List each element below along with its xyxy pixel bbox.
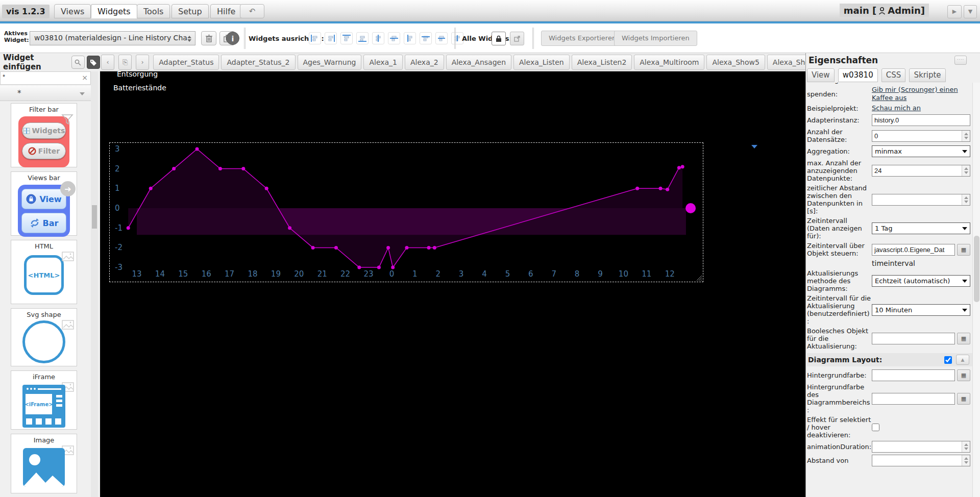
center-vertical-icon xyxy=(389,34,399,42)
x-tick-label: 23 xyxy=(363,269,373,279)
distribute-horizontal-button[interactable] xyxy=(404,32,416,44)
align-right-button[interactable] xyxy=(325,32,337,44)
delete-widget-button[interactable] xyxy=(201,31,216,45)
props-tab-scripts[interactable]: Skripte xyxy=(909,68,945,82)
property-label: Aktualisierungs methode des Diagramms: xyxy=(807,269,872,292)
view-tab-alexa_2[interactable]: Alexa_2 xyxy=(405,55,444,70)
props-tab-widget[interactable]: w03810 xyxy=(838,68,878,82)
widget-card-html[interactable]: HTML <HTML> xyxy=(11,240,77,304)
view-tab-alexa_show5_d[interactable]: Alexa_Show5_D xyxy=(767,55,805,70)
property-select[interactable]: Echtzeit (automatisch) xyxy=(872,275,970,287)
property-link[interactable]: Schau mich an xyxy=(872,104,921,112)
center-horizontal-button[interactable] xyxy=(372,32,384,44)
collapse-section-button[interactable]: ▲ xyxy=(956,355,969,365)
widget-info-button[interactable]: i xyxy=(226,32,239,45)
widget-card-viewsbar[interactable]: Views bar ➜ View xyxy=(11,171,77,236)
menu-tab-widgets[interactable]: Widgets xyxy=(91,4,137,18)
align-left-button[interactable] xyxy=(309,32,321,44)
export-widgets-button[interactable]: Widgets Exportieren xyxy=(541,31,624,46)
spinner-icon[interactable] xyxy=(962,165,970,176)
property-object-input[interactable] xyxy=(872,393,955,405)
property-text-input[interactable] xyxy=(872,114,970,126)
toolbar-separator xyxy=(454,28,456,49)
widget-card-title: HTML xyxy=(11,240,77,250)
undo-button[interactable]: ↶ xyxy=(240,4,264,18)
clear-filter-icon[interactable]: × xyxy=(82,73,88,82)
view-tab-alexa_listen[interactable]: Alexa_Listen xyxy=(513,55,570,70)
view-tab-adapter_status[interactable]: Adapter_Status xyxy=(153,55,219,70)
view-tab-adapter_status_2[interactable]: Adapter_Status_2 xyxy=(221,55,295,70)
person-icon xyxy=(878,7,886,15)
view-tab-alexa_show5[interactable]: Alexa_Show5 xyxy=(706,55,765,70)
data-point xyxy=(218,167,222,170)
tabs-scroll-right-button[interactable]: › xyxy=(136,55,149,70)
view-tab-alexa_1[interactable]: Alexa_1 xyxy=(363,55,403,70)
palette-filter-input[interactable] xyxy=(3,73,79,81)
view-tab-alexa_listen2[interactable]: Alexa_Listen2 xyxy=(572,55,632,70)
palette-scrollbar[interactable] xyxy=(91,71,98,497)
spinner-icon[interactable] xyxy=(962,131,970,141)
active-widget-select[interactable]: w03810 (materialdesign - Line History Ch… xyxy=(30,31,195,45)
property-select[interactable]: 10 Minuten xyxy=(872,304,970,316)
menu-tab-tools[interactable]: Tools xyxy=(137,4,170,18)
open-runtime-button[interactable] xyxy=(510,32,524,45)
property-object-input[interactable] xyxy=(872,369,955,381)
property-object-input[interactable] xyxy=(872,244,955,256)
menu-tab-setup[interactable]: Setup xyxy=(172,4,209,18)
palette-search-button[interactable] xyxy=(71,56,85,69)
same-width-button[interactable] xyxy=(435,32,448,44)
number-input[interactable] xyxy=(872,194,970,206)
property-select[interactable]: 1 Tag xyxy=(872,222,970,234)
run-options-button[interactable]: ▼ xyxy=(964,5,977,18)
view-tab-ages_warnung[interactable]: Ages_Warnung xyxy=(298,55,362,70)
align-top-button[interactable] xyxy=(340,32,353,44)
distribute-vertical-button[interactable] xyxy=(420,32,432,44)
object-picker-button[interactable]: ▦ xyxy=(957,244,970,256)
properties-scrollbar[interactable] xyxy=(972,83,980,497)
property-object-input[interactable] xyxy=(872,333,955,344)
number-input[interactable] xyxy=(872,165,970,177)
line-history-chart-widget[interactable]: 3210-1-2-3131415161718192021222301234567… xyxy=(109,142,703,282)
menu-tab-hilfe[interactable]: Hilfe xyxy=(210,4,242,18)
spinner-icon[interactable] xyxy=(962,441,970,452)
dock-panel-button[interactable]: ···· xyxy=(954,56,967,65)
view-canvas[interactable]: Entsorgung Batteriestände 3210-1-2-31314… xyxy=(100,71,805,497)
palette-tag-button[interactable] xyxy=(87,56,100,69)
widget-card-title: Filter bar xyxy=(11,104,77,113)
scrollbar-thumb[interactable] xyxy=(92,205,97,229)
props-tab-view[interactable]: View xyxy=(807,68,835,82)
property-link[interactable]: Gib mir (Scrounger) einen Kaffee aus xyxy=(872,86,970,102)
scrollbar-thumb[interactable] xyxy=(974,236,979,302)
widget-card-image[interactable]: Image xyxy=(11,434,77,493)
object-picker-button[interactable]: ▦ xyxy=(957,393,970,405)
image-placeholder-icon xyxy=(62,320,74,330)
palette-category-select[interactable]: * xyxy=(0,86,91,101)
widget-card-filterbar[interactable]: Filter bar Widgets xyxy=(11,103,77,167)
run-button[interactable]: ▶ xyxy=(947,5,962,18)
widget-card-iframe[interactable]: iFrame <iFrame> xyxy=(11,370,77,430)
menu-tab-views[interactable]: Views xyxy=(54,4,91,18)
property-checkbox[interactable] xyxy=(872,424,879,431)
center-vertical-button[interactable] xyxy=(388,32,400,44)
clipboard-button[interactable]: ⎘ xyxy=(118,55,132,70)
number-input[interactable] xyxy=(872,455,970,466)
property-select[interactable]: minmax xyxy=(872,145,970,157)
align-top-icon xyxy=(342,34,351,42)
property-link[interactable]: Lies mich! xyxy=(872,83,906,84)
import-widgets-button[interactable]: Widgets Importieren xyxy=(614,31,697,46)
number-input[interactable] xyxy=(872,441,970,453)
object-picker-button[interactable]: ▦ xyxy=(957,333,970,344)
section-checkbox[interactable] xyxy=(944,356,952,364)
spinner-icon[interactable] xyxy=(962,455,970,466)
spinner-icon[interactable] xyxy=(962,194,970,205)
number-input[interactable] xyxy=(872,130,970,142)
view-tab-alexa_multiroom[interactable]: Alexa_Multiroom xyxy=(634,55,704,70)
view-tab-alexa_ansagen[interactable]: Alexa_Ansagen xyxy=(446,55,511,70)
chevron-down-icon xyxy=(962,227,967,230)
object-picker-button[interactable]: ▦ xyxy=(957,369,970,381)
widget-card-svg[interactable]: Svg shape xyxy=(11,308,77,366)
lock-all-widgets-button[interactable] xyxy=(492,32,506,45)
align-bottom-button[interactable] xyxy=(356,32,369,44)
props-tab-css[interactable]: CSS xyxy=(881,68,906,82)
tabs-scroll-left-button[interactable]: ‹ xyxy=(101,55,114,70)
